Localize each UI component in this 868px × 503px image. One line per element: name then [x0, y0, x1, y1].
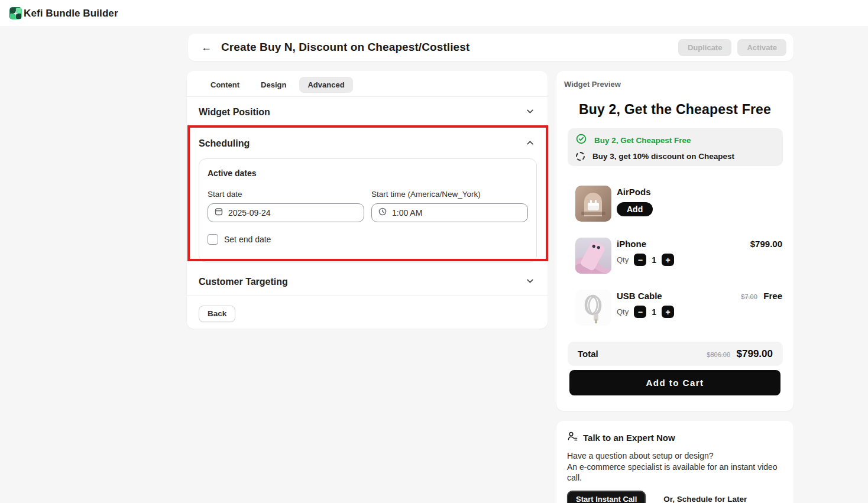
product-image-iphone: [575, 238, 611, 274]
product-list: AirPods Add: [556, 186, 793, 326]
product-row-airpods: AirPods Add: [556, 186, 793, 222]
offer-option-label: Buy 2, Get Cheapest Free: [594, 136, 691, 145]
expert-description: Have a question about setup or design? A…: [556, 444, 788, 483]
add-product-button[interactable]: Add: [617, 202, 653, 216]
qty-label: Qty: [617, 307, 629, 316]
back-button[interactable]: Back: [199, 306, 235, 322]
start-instant-call-button[interactable]: Start Instant Call: [567, 491, 646, 503]
start-date-value: 2025-09-24: [228, 208, 271, 218]
product-original-price: $7.00: [741, 293, 757, 300]
expert-card: Talk to an Expert Now Have a question ab…: [556, 421, 793, 503]
chevron-up-icon: [526, 138, 535, 150]
product-name: USB Cable: [617, 291, 741, 301]
product-price: $799.00: [750, 239, 782, 249]
product-name: iPhone: [617, 239, 750, 249]
total-label: Total: [578, 349, 598, 359]
active-dates-box: Active dates Start date 2025-09-24 Start…: [199, 158, 537, 262]
scheduling-section-header[interactable]: Scheduling: [187, 128, 548, 156]
chevron-down-icon: [526, 107, 535, 118]
add-to-cart-button[interactable]: Add to Cart: [569, 370, 780, 395]
tab-advanced[interactable]: Advanced: [299, 77, 352, 93]
widget-preview-label: Widget Preview: [556, 71, 793, 89]
dashed-circle-icon: [576, 152, 585, 161]
total-original-price: $806.00: [707, 351, 730, 358]
settings-card: Content Design Advanced Widget Position …: [187, 71, 548, 329]
set-end-date-row[interactable]: Set end date: [208, 234, 528, 245]
qty-decrease-button[interactable]: −: [634, 254, 646, 266]
app-logo-icon: +: [9, 7, 22, 20]
back-arrow-icon[interactable]: ←: [199, 41, 214, 54]
preview-offer-title: Buy 2, Get the Cheapest Free: [556, 102, 793, 118]
expert-line2: An e-commerce specialist is available fo…: [567, 462, 778, 483]
activate-button[interactable]: Activate: [737, 39, 786, 56]
total-row: Total $806.00 $799.00: [568, 342, 783, 366]
active-dates-title: Active dates: [208, 168, 528, 178]
expert-person-icon: [567, 431, 578, 444]
offer-option-unselected[interactable]: Buy 3, get 10% discount on Cheapest: [576, 152, 775, 161]
start-time-label: Start time (America/New_York): [371, 190, 528, 199]
start-date-input[interactable]: 2025-09-24: [208, 203, 364, 222]
offer-options-box: Buy 2, Get Cheapest Free Buy 3, get 10% …: [568, 128, 783, 166]
product-name: AirPods: [617, 187, 782, 197]
qty-value: 1: [652, 255, 656, 265]
set-end-date-checkbox[interactable]: [208, 234, 218, 245]
duplicate-button[interactable]: Duplicate: [678, 39, 732, 56]
product-image-airpods: [575, 186, 611, 222]
schedule-for-later-link[interactable]: Or, Schedule for Later: [663, 495, 747, 503]
qty-decrease-button[interactable]: −: [634, 306, 646, 318]
scheduling-title: Scheduling: [199, 138, 250, 149]
total-final-price: $799.00: [737, 348, 773, 359]
page-title: Create Buy N, Discount on Cheapest/Costl…: [221, 41, 469, 54]
calendar-icon: [214, 207, 224, 219]
check-circle-icon: [576, 134, 587, 147]
tab-content[interactable]: Content: [202, 77, 248, 93]
product-row-usb-cable: USB Cable Qty − 1 + $7.00 Free: [556, 290, 793, 326]
page-header: ← Create Buy N, Discount on Cheapest/Cos…: [188, 34, 793, 61]
expert-title: Talk to an Expert Now: [583, 433, 675, 443]
tabs: Content Design Advanced: [187, 71, 548, 97]
offer-option-label: Buy 3, get 10% discount on Cheapest: [592, 152, 734, 161]
qty-value: 1: [652, 307, 656, 317]
qty-increase-button[interactable]: +: [662, 306, 674, 318]
product-price: Free: [763, 291, 782, 301]
start-time-input[interactable]: 1:00 AM: [371, 203, 528, 222]
topbar: + Kefi Bundle Builder: [0, 0, 868, 27]
expert-line1: Have a question about setup or design?: [567, 450, 778, 462]
customer-targeting-section-header[interactable]: Customer Targeting: [187, 268, 548, 296]
start-date-label: Start date: [208, 190, 364, 199]
offer-option-selected[interactable]: Buy 2, Get Cheapest Free: [576, 134, 775, 147]
widget-position-title: Widget Position: [199, 107, 270, 118]
tab-design[interactable]: Design: [252, 77, 294, 93]
qty-increase-button[interactable]: +: [662, 254, 674, 266]
clock-icon: [378, 207, 387, 219]
customer-targeting-title: Customer Targeting: [199, 277, 288, 287]
product-row-iphone: iPhone Qty − 1 + $799.00: [556, 238, 793, 274]
product-image-usb-cable: [575, 290, 611, 326]
header-actions: Duplicate Activate: [678, 39, 786, 56]
set-end-date-label: Set end date: [224, 235, 271, 244]
widget-preview-card: Widget Preview Buy 2, Get the Cheapest F…: [556, 71, 793, 411]
app-title: Kefi Bundle Builder: [24, 8, 118, 20]
start-time-value: 1:00 AM: [392, 208, 422, 218]
qty-label: Qty: [617, 255, 629, 264]
chevron-down-icon: [526, 277, 535, 288]
widget-position-section-header[interactable]: Widget Position: [187, 97, 548, 128]
